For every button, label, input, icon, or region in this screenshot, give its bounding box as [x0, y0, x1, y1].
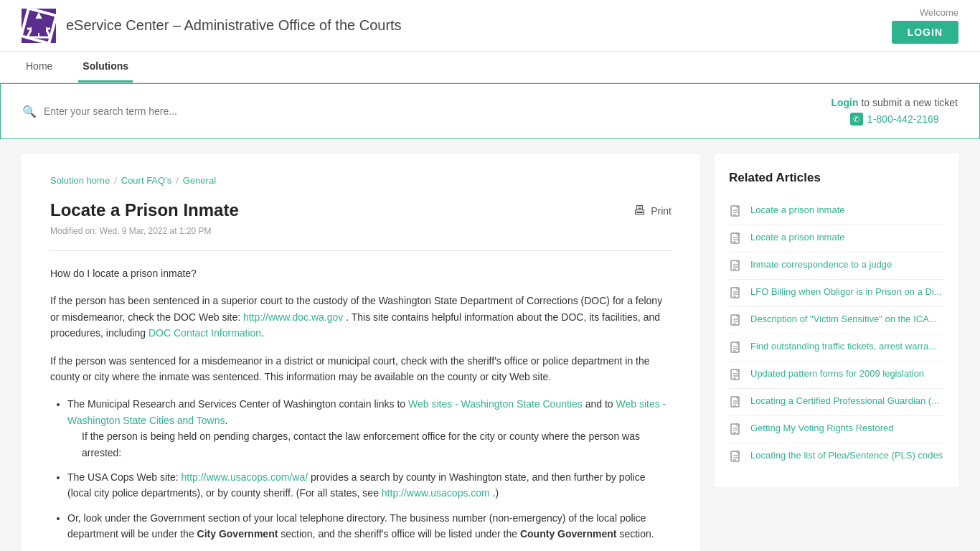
print-icon: 🖶 — [633, 203, 646, 218]
city-govt-bold: City Government — [197, 528, 278, 540]
doc-icon — [729, 395, 743, 410]
related-link[interactable]: Getting My Voting Rights Restored — [750, 422, 893, 435]
related-link[interactable]: Locating the list of Plea/Sentence (PLS)… — [750, 449, 943, 462]
breadcrumb-general[interactable]: General — [183, 175, 216, 186]
ticket-text-label: to submit a new ticket — [861, 97, 958, 108]
related-link[interactable]: Description of "Victim Sensitive" on the… — [750, 313, 937, 326]
related-list: Locate a prison inmate Locate a prison i… — [729, 198, 944, 470]
related-item[interactable]: LFO Billing when Obligor is in Prison on… — [729, 280, 944, 307]
header-left: eService Center – Administrative Office … — [22, 9, 402, 43]
related-link[interactable]: Locate a prison inmate — [750, 231, 845, 244]
breadcrumb-sep2: / — [176, 175, 179, 186]
site-title: eService Center – Administrative Office … — [66, 17, 402, 34]
usacops-all-link[interactable]: http://www.usacops.com — [382, 487, 490, 499]
related-item[interactable]: Updated pattern forms for 2009 legislati… — [729, 362, 944, 389]
doc-link[interactable]: http://www.doc.wa.gov — [243, 311, 343, 323]
usacops-link[interactable]: http://www.usacops.com/wa/ — [181, 471, 308, 483]
article-title: Locate a Prison Inmate — [50, 200, 239, 220]
list-item-2: The USA Cops Web site: http://www.usacop… — [67, 469, 672, 501]
phone-icon: ✆ — [850, 113, 863, 126]
article-question: How do I locate a prison inmate? — [50, 265, 672, 281]
nav-solutions[interactable]: Solutions — [78, 52, 133, 83]
doc-icon — [729, 259, 743, 273]
search-bar: 🔍 Login to submit a new ticket ✆ 1-800-4… — [0, 83, 980, 139]
article-section: Solution home / Court FAQ's / General Lo… — [22, 154, 700, 551]
related-articles: Related Articles Locate a prison inmate … — [715, 154, 958, 487]
related-item[interactable]: Description of "Victim Sensitive" on the… — [729, 307, 944, 334]
sub-note: If the person is being held on pending c… — [82, 428, 672, 461]
svg-rect-20 — [737, 288, 739, 290]
login-link[interactable]: Login — [831, 97, 858, 108]
doc-icon — [729, 204, 743, 219]
breadcrumb-sep1: / — [114, 175, 117, 186]
doc-icon — [729, 450, 743, 464]
doc-icon — [729, 232, 743, 246]
breadcrumb: Solution home / Court FAQ's / General — [50, 175, 672, 186]
main-content: Solution home / Court FAQ's / General Lo… — [0, 139, 980, 551]
ticket-row: Login to submit a new ticket — [831, 97, 958, 108]
breadcrumb-home[interactable]: Solution home — [50, 175, 110, 186]
phone-row: ✆ 1-800-442-2169 — [831, 113, 958, 126]
article-list: The Municipal Research and Services Cent… — [67, 396, 672, 542]
svg-rect-25 — [737, 315, 739, 317]
search-input[interactable] — [44, 105, 402, 117]
svg-rect-40 — [737, 397, 739, 399]
logo — [22, 9, 56, 43]
related-link[interactable]: Find outstanding traffic tickets, arrest… — [750, 340, 936, 353]
svg-rect-10 — [737, 233, 739, 235]
related-item[interactable]: Getting My Voting Rights Restored — [729, 416, 944, 443]
doc-contact-link[interactable]: DOC Contact Information — [149, 327, 261, 339]
related-link[interactable]: LFO Billing when Obligor is in Prison on… — [750, 286, 942, 298]
doc-icon — [729, 314, 743, 328]
sidebar: Related Articles Locate a prison inmate … — [715, 154, 958, 551]
header-right: Welcome LOGIN — [892, 7, 958, 44]
doc-icon — [729, 423, 743, 437]
article-divider — [50, 250, 672, 251]
svg-rect-5 — [737, 206, 739, 208]
list-item-3: Or, look under the Government section of… — [67, 510, 672, 542]
article-body: How do I locate a prison inmate? If the … — [50, 265, 672, 542]
related-item[interactable]: Locating the list of Plea/Sentence (PLS)… — [729, 443, 944, 470]
related-item[interactable]: Locating a Certified Professional Guardi… — [729, 389, 944, 416]
nav-home[interactable]: Home — [22, 52, 57, 83]
svg-rect-45 — [737, 424, 739, 426]
welcome-text: Welcome — [892, 7, 958, 18]
related-link[interactable]: Locating a Certified Professional Guardi… — [750, 395, 939, 408]
svg-rect-15 — [737, 260, 739, 263]
article-para1: If the person has been sentenced in a su… — [50, 293, 672, 341]
header: eService Center – Administrative Office … — [0, 0, 980, 52]
login-button[interactable]: LOGIN — [892, 21, 958, 44]
wa-counties-link[interactable]: Web sites - Washington State Counties — [408, 398, 583, 410]
svg-rect-30 — [737, 342, 739, 344]
related-item[interactable]: Find outstanding traffic tickets, arrest… — [729, 334, 944, 362]
print-button[interactable]: 🖶 Print — [633, 203, 672, 218]
main-nav: Home Solutions — [0, 52, 980, 83]
doc-icon — [729, 286, 743, 301]
related-item[interactable]: Locate a prison inmate — [729, 225, 944, 253]
logo-svg — [22, 9, 56, 43]
svg-rect-50 — [737, 451, 739, 453]
related-link[interactable]: Updated pattern forms for 2009 legislati… — [750, 367, 924, 380]
related-link[interactable]: Inmate correspondence to a judge — [750, 258, 892, 271]
doc-icon — [729, 341, 743, 355]
county-govt-bold: County Government — [520, 528, 617, 540]
doc-icon — [729, 368, 743, 382]
svg-rect-35 — [737, 369, 739, 372]
search-left: 🔍 — [22, 105, 831, 118]
svg-marker-1 — [27, 14, 50, 37]
list-item-1: The Municipal Research and Services Cent… — [67, 396, 672, 461]
article-para2: If the person was sentenced for a misdem… — [50, 353, 672, 385]
svg-rect-0 — [22, 9, 56, 43]
phone-number: 1-800-442-2169 — [867, 113, 939, 125]
related-title: Related Articles — [729, 171, 944, 185]
related-item[interactable]: Inmate correspondence to a judge — [729, 253, 944, 280]
related-item[interactable]: Locate a prison inmate — [729, 198, 944, 225]
search-right: Login to submit a new ticket ✆ 1-800-442… — [831, 97, 958, 126]
breadcrumb-faq[interactable]: Court FAQ's — [121, 175, 171, 186]
article-meta: Modified on: Wed, 9 Mar, 2022 at 1:20 PM — [50, 226, 672, 236]
print-label: Print — [651, 205, 672, 217]
search-icon: 🔍 — [22, 105, 37, 118]
related-link[interactable]: Locate a prison inmate — [750, 204, 845, 217]
